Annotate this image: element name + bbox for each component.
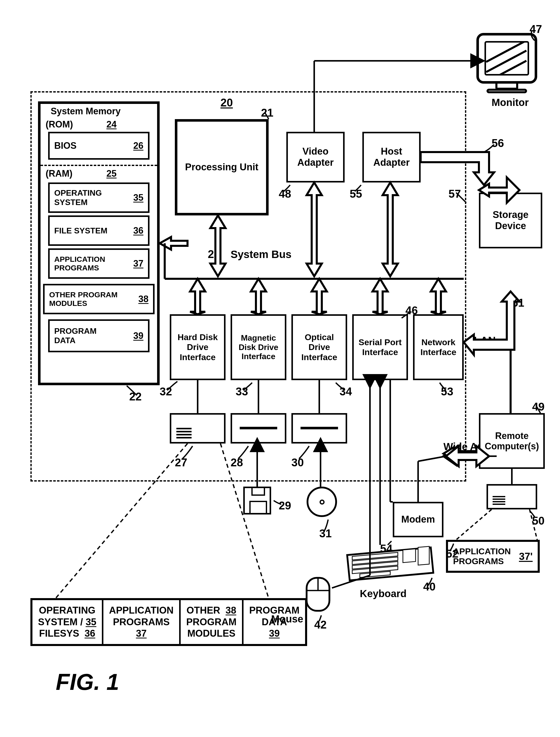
hdd-col-app: APPLICATION PROGRAMS 37 xyxy=(103,600,181,644)
remote-drive-num: 50 xyxy=(532,514,545,527)
bios-box: BIOS 26 xyxy=(48,132,150,160)
svg-rect-6 xyxy=(418,546,429,565)
hdd-col-data: PROGRAM DATA 39 xyxy=(244,600,305,644)
mdd-num: 33 xyxy=(236,385,248,398)
remote-drive xyxy=(487,484,537,509)
host-num: 55 xyxy=(350,188,362,200)
remote-computer: Remote Computer(s) xyxy=(479,413,545,469)
drive27-num: 27 xyxy=(175,456,187,469)
mdd-interface: Magnetic Disk Drive Interface xyxy=(231,314,286,380)
floppy-icon xyxy=(243,487,271,514)
odd-num: 34 xyxy=(340,385,352,398)
storage-label: Storage Device xyxy=(480,209,541,231)
pd-box: PROGRAM DATA 39 xyxy=(48,319,150,352)
remote-app-label: APPLICATION PROGRAMS xyxy=(453,546,516,566)
monitor: Monitor xyxy=(476,33,537,93)
spi-interface: Serial Port Interface xyxy=(352,314,408,380)
computer-num: 20 xyxy=(220,96,233,109)
hdd-col-other: OTHER 38 PROGRAM MODULES xyxy=(181,600,244,644)
host-line-num: 56 xyxy=(492,137,504,150)
proc-label: Processing Unit xyxy=(185,162,258,173)
processing-unit: Processing Unit xyxy=(175,119,269,215)
proc-num: 21 xyxy=(261,106,273,119)
video-adapter: Video Adapter xyxy=(286,132,345,182)
drive30-num: 30 xyxy=(291,456,304,469)
odd-label: Optical Drive Interface xyxy=(293,332,346,362)
kb-num: 40 xyxy=(423,580,436,593)
bus-label: System Bus xyxy=(231,248,291,261)
floppy-num: 29 xyxy=(279,499,291,512)
opt-drive xyxy=(291,413,347,444)
fs-num: 36 xyxy=(133,225,143,236)
mdd-label: Magnetic Disk Drive Interface xyxy=(232,333,285,361)
net-num: 53 xyxy=(441,385,453,398)
ram-num: 25 xyxy=(106,168,117,179)
drive28-num: 28 xyxy=(231,456,243,469)
storage-device: Storage Device xyxy=(479,193,542,248)
monitor-label: Monitor xyxy=(492,97,529,108)
disc-num: 31 xyxy=(319,527,332,540)
kb-label: Keyboard xyxy=(360,588,407,599)
video-label: Video Adapter xyxy=(288,146,343,168)
opm-box: OTHER PROGRAM MODULES 38 xyxy=(43,284,155,314)
remote-app-num: 37' xyxy=(519,551,533,562)
bus-num: 23 xyxy=(208,248,220,261)
os-label: OPERATING SYSTEM xyxy=(54,188,120,207)
os-box: OPERATING SYSTEM 35 xyxy=(48,182,150,213)
keyboard-icon xyxy=(345,545,436,583)
modem: Modem xyxy=(393,502,443,537)
bios-label: BIOS xyxy=(54,140,77,151)
mem-num: 22 xyxy=(129,390,142,403)
remote-label: Remote Computer(s) xyxy=(480,431,543,452)
mem-title: System Memory xyxy=(51,106,121,117)
mouse-icon xyxy=(304,575,332,613)
hdd-num: 32 xyxy=(160,385,172,398)
net-interface: Network Interface xyxy=(413,314,464,380)
os-num: 35 xyxy=(133,192,143,203)
spi-label: Serial Port Interface xyxy=(354,337,406,357)
rom-num: 24 xyxy=(106,119,117,130)
host-adapter: Host Adapter xyxy=(362,132,421,182)
hdd-col-os: OPERATING SYSTEM / 35 FILESYS 36 xyxy=(32,600,103,644)
storage-num: 57 xyxy=(449,188,461,200)
pd-label: PROGRAM DATA xyxy=(54,326,118,345)
rom-label: (ROM) xyxy=(46,119,73,130)
kb-line-num: 52 xyxy=(446,547,458,560)
modem-label: Modem xyxy=(401,514,435,525)
monitor-num: 47 xyxy=(530,23,542,35)
diagram-canvas: 20 Monitor 47 System Memory (ROM) 24 BIO… xyxy=(10,10,550,727)
hdd-interface: Hard Disk Drive Interface xyxy=(170,314,226,380)
app-num: 37 xyxy=(133,258,143,269)
host-label: Host Adapter xyxy=(364,146,419,168)
pd-num: 39 xyxy=(133,330,143,341)
opm-num: 38 xyxy=(138,294,148,304)
ram-label: (RAM) xyxy=(46,168,72,179)
app-label: APPLICATION PROGRAMS xyxy=(54,255,120,272)
hdd-label: Hard Disk Drive Interface xyxy=(171,332,224,362)
fs-box: FILE SYSTEM 36 xyxy=(48,215,150,246)
remote-num: 49 xyxy=(532,400,545,413)
net-label: Network Interface xyxy=(415,337,462,357)
opm-label: OTHER PROGRAM MODULES xyxy=(49,290,125,308)
hdd-contents-table: OPERATING SYSTEM / 35 FILESYS 36 APPLICA… xyxy=(30,598,307,646)
odd-interface: Optical Drive Interface xyxy=(291,314,347,380)
remote-app-box: APPLICATION PROGRAMS 37' xyxy=(446,540,540,573)
mouse-num: 42 xyxy=(314,618,327,631)
bios-num: 26 xyxy=(133,140,143,151)
hdd-drive xyxy=(170,413,226,444)
video-num: 48 xyxy=(279,188,291,200)
lan-label: LAN xyxy=(474,335,496,347)
disc-icon xyxy=(307,487,337,517)
fs-label: FILE SYSTEM xyxy=(54,226,107,235)
figure-caption: FIG. 1 xyxy=(56,669,119,695)
mag-drive xyxy=(231,413,286,444)
app-box: APPLICATION PROGRAMS 37 xyxy=(48,248,150,279)
svg-rect-5 xyxy=(403,549,416,563)
svg-line-34 xyxy=(456,509,492,540)
lan-num: 51 xyxy=(512,297,524,309)
